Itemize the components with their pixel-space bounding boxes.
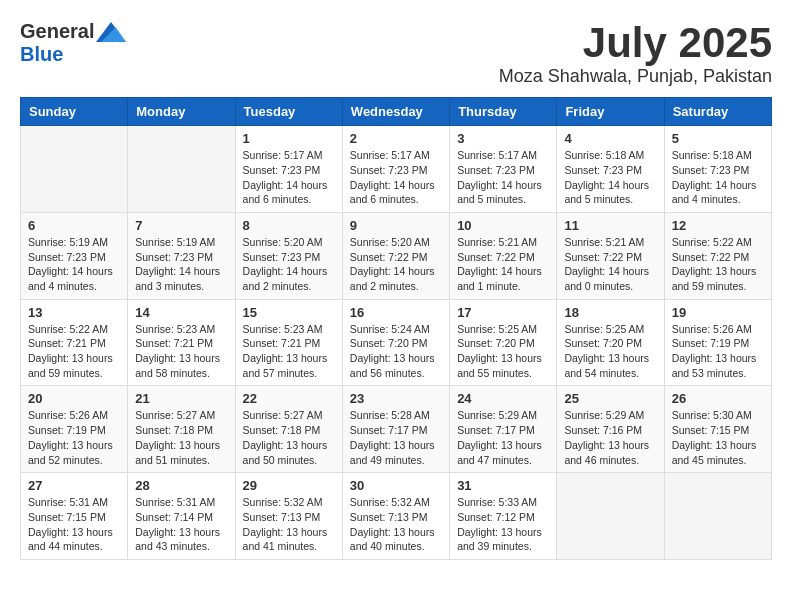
day-number: 3 xyxy=(457,131,549,146)
day-number: 15 xyxy=(243,305,335,320)
day-detail: Sunrise: 5:25 AM Sunset: 7:20 PM Dayligh… xyxy=(564,322,656,381)
calendar-week-row: 27Sunrise: 5:31 AM Sunset: 7:15 PM Dayli… xyxy=(21,473,772,560)
day-detail: Sunrise: 5:17 AM Sunset: 7:23 PM Dayligh… xyxy=(350,148,442,207)
calendar-cell: 2Sunrise: 5:17 AM Sunset: 7:23 PM Daylig… xyxy=(342,126,449,213)
calendar-cell: 10Sunrise: 5:21 AM Sunset: 7:22 PM Dayli… xyxy=(450,212,557,299)
calendar-cell: 18Sunrise: 5:25 AM Sunset: 7:20 PM Dayli… xyxy=(557,299,664,386)
calendar-cell: 13Sunrise: 5:22 AM Sunset: 7:21 PM Dayli… xyxy=(21,299,128,386)
calendar-cell: 29Sunrise: 5:32 AM Sunset: 7:13 PM Dayli… xyxy=(235,473,342,560)
calendar-cell: 8Sunrise: 5:20 AM Sunset: 7:23 PM Daylig… xyxy=(235,212,342,299)
day-detail: Sunrise: 5:32 AM Sunset: 7:13 PM Dayligh… xyxy=(350,495,442,554)
day-detail: Sunrise: 5:26 AM Sunset: 7:19 PM Dayligh… xyxy=(672,322,764,381)
day-detail: Sunrise: 5:31 AM Sunset: 7:15 PM Dayligh… xyxy=(28,495,120,554)
logo-general-text: General xyxy=(20,20,94,43)
day-number: 6 xyxy=(28,218,120,233)
calendar-cell xyxy=(21,126,128,213)
day-detail: Sunrise: 5:32 AM Sunset: 7:13 PM Dayligh… xyxy=(243,495,335,554)
day-detail: Sunrise: 5:18 AM Sunset: 7:23 PM Dayligh… xyxy=(564,148,656,207)
day-detail: Sunrise: 5:22 AM Sunset: 7:21 PM Dayligh… xyxy=(28,322,120,381)
day-detail: Sunrise: 5:23 AM Sunset: 7:21 PM Dayligh… xyxy=(243,322,335,381)
day-number: 18 xyxy=(564,305,656,320)
calendar-cell: 3Sunrise: 5:17 AM Sunset: 7:23 PM Daylig… xyxy=(450,126,557,213)
day-detail: Sunrise: 5:18 AM Sunset: 7:23 PM Dayligh… xyxy=(672,148,764,207)
day-detail: Sunrise: 5:29 AM Sunset: 7:17 PM Dayligh… xyxy=(457,408,549,467)
day-detail: Sunrise: 5:28 AM Sunset: 7:17 PM Dayligh… xyxy=(350,408,442,467)
calendar-header-tuesday: Tuesday xyxy=(235,98,342,126)
day-number: 24 xyxy=(457,391,549,406)
day-detail: Sunrise: 5:27 AM Sunset: 7:18 PM Dayligh… xyxy=(135,408,227,467)
calendar-cell: 9Sunrise: 5:20 AM Sunset: 7:22 PM Daylig… xyxy=(342,212,449,299)
calendar-cell: 19Sunrise: 5:26 AM Sunset: 7:19 PM Dayli… xyxy=(664,299,771,386)
day-number: 31 xyxy=(457,478,549,493)
day-number: 7 xyxy=(135,218,227,233)
day-detail: Sunrise: 5:17 AM Sunset: 7:23 PM Dayligh… xyxy=(243,148,335,207)
day-number: 19 xyxy=(672,305,764,320)
calendar-cell: 24Sunrise: 5:29 AM Sunset: 7:17 PM Dayli… xyxy=(450,386,557,473)
day-detail: Sunrise: 5:30 AM Sunset: 7:15 PM Dayligh… xyxy=(672,408,764,467)
calendar-cell: 12Sunrise: 5:22 AM Sunset: 7:22 PM Dayli… xyxy=(664,212,771,299)
day-number: 23 xyxy=(350,391,442,406)
calendar-cell xyxy=(557,473,664,560)
day-number: 27 xyxy=(28,478,120,493)
day-detail: Sunrise: 5:21 AM Sunset: 7:22 PM Dayligh… xyxy=(457,235,549,294)
day-detail: Sunrise: 5:29 AM Sunset: 7:16 PM Dayligh… xyxy=(564,408,656,467)
calendar-cell: 1Sunrise: 5:17 AM Sunset: 7:23 PM Daylig… xyxy=(235,126,342,213)
calendar-header-saturday: Saturday xyxy=(664,98,771,126)
calendar-week-row: 6Sunrise: 5:19 AM Sunset: 7:23 PM Daylig… xyxy=(21,212,772,299)
page-header: General Blue July 2025 Moza Shahwala, Pu… xyxy=(20,20,772,87)
day-number: 5 xyxy=(672,131,764,146)
calendar-header-thursday: Thursday xyxy=(450,98,557,126)
calendar-cell: 4Sunrise: 5:18 AM Sunset: 7:23 PM Daylig… xyxy=(557,126,664,213)
calendar-cell: 5Sunrise: 5:18 AM Sunset: 7:23 PM Daylig… xyxy=(664,126,771,213)
day-detail: Sunrise: 5:19 AM Sunset: 7:23 PM Dayligh… xyxy=(28,235,120,294)
calendar-week-row: 13Sunrise: 5:22 AM Sunset: 7:21 PM Dayli… xyxy=(21,299,772,386)
day-number: 17 xyxy=(457,305,549,320)
day-number: 14 xyxy=(135,305,227,320)
day-detail: Sunrise: 5:22 AM Sunset: 7:22 PM Dayligh… xyxy=(672,235,764,294)
month-title: July 2025 xyxy=(499,20,772,66)
calendar-table: SundayMondayTuesdayWednesdayThursdayFrid… xyxy=(20,97,772,560)
day-number: 26 xyxy=(672,391,764,406)
calendar-header-sunday: Sunday xyxy=(21,98,128,126)
calendar-cell: 31Sunrise: 5:33 AM Sunset: 7:12 PM Dayli… xyxy=(450,473,557,560)
day-number: 9 xyxy=(350,218,442,233)
day-number: 25 xyxy=(564,391,656,406)
day-detail: Sunrise: 5:31 AM Sunset: 7:14 PM Dayligh… xyxy=(135,495,227,554)
day-number: 22 xyxy=(243,391,335,406)
day-detail: Sunrise: 5:17 AM Sunset: 7:23 PM Dayligh… xyxy=(457,148,549,207)
calendar-cell: 11Sunrise: 5:21 AM Sunset: 7:22 PM Dayli… xyxy=(557,212,664,299)
day-number: 21 xyxy=(135,391,227,406)
day-detail: Sunrise: 5:25 AM Sunset: 7:20 PM Dayligh… xyxy=(457,322,549,381)
day-number: 4 xyxy=(564,131,656,146)
calendar-cell: 16Sunrise: 5:24 AM Sunset: 7:20 PM Dayli… xyxy=(342,299,449,386)
day-detail: Sunrise: 5:21 AM Sunset: 7:22 PM Dayligh… xyxy=(564,235,656,294)
day-number: 8 xyxy=(243,218,335,233)
calendar-cell xyxy=(128,126,235,213)
day-detail: Sunrise: 5:20 AM Sunset: 7:23 PM Dayligh… xyxy=(243,235,335,294)
day-detail: Sunrise: 5:33 AM Sunset: 7:12 PM Dayligh… xyxy=(457,495,549,554)
day-number: 13 xyxy=(28,305,120,320)
calendar-cell: 28Sunrise: 5:31 AM Sunset: 7:14 PM Dayli… xyxy=(128,473,235,560)
day-detail: Sunrise: 5:20 AM Sunset: 7:22 PM Dayligh… xyxy=(350,235,442,294)
logo-icon xyxy=(96,22,126,42)
calendar-cell: 25Sunrise: 5:29 AM Sunset: 7:16 PM Dayli… xyxy=(557,386,664,473)
day-number: 28 xyxy=(135,478,227,493)
calendar-cell: 14Sunrise: 5:23 AM Sunset: 7:21 PM Dayli… xyxy=(128,299,235,386)
day-number: 12 xyxy=(672,218,764,233)
calendar-header-wednesday: Wednesday xyxy=(342,98,449,126)
day-number: 11 xyxy=(564,218,656,233)
calendar-cell: 26Sunrise: 5:30 AM Sunset: 7:15 PM Dayli… xyxy=(664,386,771,473)
calendar-header-friday: Friday xyxy=(557,98,664,126)
calendar-cell xyxy=(664,473,771,560)
day-number: 2 xyxy=(350,131,442,146)
calendar-cell: 23Sunrise: 5:28 AM Sunset: 7:17 PM Dayli… xyxy=(342,386,449,473)
day-number: 30 xyxy=(350,478,442,493)
calendar-cell: 21Sunrise: 5:27 AM Sunset: 7:18 PM Dayli… xyxy=(128,386,235,473)
location-title: Moza Shahwala, Punjab, Pakistan xyxy=(499,66,772,87)
day-detail: Sunrise: 5:24 AM Sunset: 7:20 PM Dayligh… xyxy=(350,322,442,381)
calendar-cell: 20Sunrise: 5:26 AM Sunset: 7:19 PM Dayli… xyxy=(21,386,128,473)
day-detail: Sunrise: 5:27 AM Sunset: 7:18 PM Dayligh… xyxy=(243,408,335,467)
calendar-cell: 27Sunrise: 5:31 AM Sunset: 7:15 PM Dayli… xyxy=(21,473,128,560)
calendar-cell: 22Sunrise: 5:27 AM Sunset: 7:18 PM Dayli… xyxy=(235,386,342,473)
day-detail: Sunrise: 5:19 AM Sunset: 7:23 PM Dayligh… xyxy=(135,235,227,294)
